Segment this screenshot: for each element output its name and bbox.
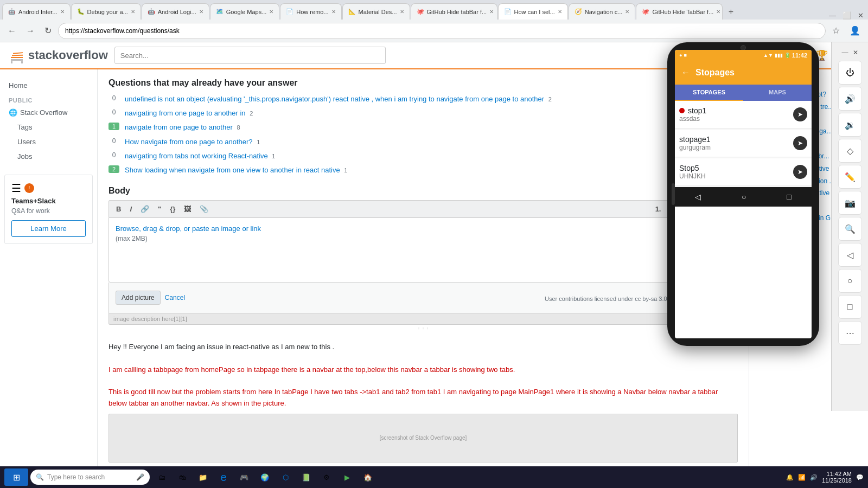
q-link-2[interactable]: navigate from one page to another 8 bbox=[125, 123, 240, 132]
taskbar-app-edge[interactable]: e bbox=[214, 467, 233, 487]
taskbar-app-home[interactable]: 🏠 bbox=[358, 467, 378, 487]
taskbar-sound-icon[interactable]: 🔊 bbox=[810, 474, 818, 481]
taskbar-network-icon[interactable]: 📶 bbox=[798, 474, 806, 481]
sidebar-item-tags[interactable]: Tags bbox=[4, 120, 93, 134]
emulator-nav-icon-1[interactable]: ➤ bbox=[793, 136, 807, 150]
tab-close-7[interactable]: ✕ bbox=[489, 9, 494, 15]
cancel-button[interactable]: Cancel bbox=[165, 291, 185, 305]
forward-button[interactable]: → bbox=[23, 24, 38, 37]
search-input[interactable] bbox=[114, 47, 386, 64]
microphone-icon[interactable]: 🎤 bbox=[136, 473, 144, 481]
rotate-button[interactable]: ◇ bbox=[838, 139, 862, 163]
start-button[interactable]: ⊞ bbox=[4, 468, 28, 486]
emulator-tab-maps[interactable]: MAPS bbox=[743, 85, 812, 101]
emulator-home-nav[interactable]: ○ bbox=[742, 192, 746, 201]
taskbar-app-files[interactable]: 🗂 bbox=[152, 467, 171, 487]
tab-bar: 🤖 Android Inter... ✕ 🐛 Debug your a... ✕… bbox=[0, 0, 868, 20]
body-section: Body B I 🔗 " {} 🖼 📎 1. • ⇥ — ↩ ? bbox=[108, 186, 738, 331]
volume-up-button[interactable]: 🔊 bbox=[838, 87, 862, 111]
browser-tab-1[interactable]: 🤖 Android Inter... ✕ bbox=[2, 3, 71, 20]
taskbar-app-game[interactable]: 🎮 bbox=[234, 467, 254, 487]
q-link-4[interactable]: navigating from tabs not working React-n… bbox=[125, 151, 275, 161]
tab-close-2[interactable]: ✕ bbox=[131, 9, 135, 15]
sidebar-item-users[interactable]: Users bbox=[4, 134, 93, 149]
bold-button[interactable]: B bbox=[113, 204, 124, 214]
emulator-recents-nav[interactable]: □ bbox=[787, 192, 791, 201]
image-button[interactable]: 🖼 bbox=[181, 204, 194, 214]
tab-close-6[interactable]: ✕ bbox=[400, 9, 404, 15]
browser-tab-5[interactable]: 📄 How remo... ✕ bbox=[280, 3, 341, 20]
sidebar-item-jobs[interactable]: Jobs bbox=[4, 149, 93, 164]
minimize-button[interactable]: — bbox=[829, 11, 836, 20]
tab-close-8[interactable]: ✕ bbox=[558, 9, 562, 15]
editor-area[interactable]: Browse, drag & drop, or paste an image o… bbox=[108, 217, 738, 282]
profile-button[interactable]: 👤 bbox=[846, 24, 864, 37]
blockquote-button[interactable]: " bbox=[155, 204, 164, 214]
back-emulator-button[interactable]: ◁ bbox=[838, 243, 862, 267]
browser-tab-4[interactable]: 🗺️ Google Maps... ✕ bbox=[210, 3, 280, 20]
address-bar[interactable] bbox=[58, 23, 826, 39]
browse-link[interactable]: Browse, drag & drop, or paste an image o… bbox=[116, 224, 261, 233]
tab-close-5[interactable]: ✕ bbox=[331, 9, 336, 15]
taskbar-app-chrome[interactable]: 🌍 bbox=[255, 467, 275, 487]
tab-close-3[interactable]: ✕ bbox=[199, 9, 203, 15]
taskbar-app-vscode[interactable]: ⬡ bbox=[276, 467, 295, 487]
browser-tab-3[interactable]: 🤖 Android Logi... ✕ bbox=[142, 3, 209, 20]
emulator-back-button[interactable]: ← bbox=[681, 68, 690, 78]
panel-minimize[interactable]: — bbox=[842, 49, 848, 56]
q-score-0: 0 bbox=[108, 94, 119, 102]
tab-label-3: Android Logi... bbox=[158, 9, 196, 15]
new-tab-button[interactable]: + bbox=[723, 4, 738, 20]
q-link-3[interactable]: How navigate from one page to another? 1 bbox=[125, 137, 260, 147]
bookmark-button[interactable]: ☆ bbox=[829, 24, 843, 37]
screenshot-button[interactable]: ✏️ bbox=[838, 165, 862, 189]
browser-tab-7[interactable]: 🐙 GitHub Hide tabBar f... ✕ bbox=[411, 3, 497, 20]
taskbar-notification-icon[interactable]: 🔔 bbox=[786, 474, 794, 481]
browser-tab-10[interactable]: 🐙 GitHub Hide TabBar f... ✕ bbox=[636, 3, 723, 20]
volume-down-button[interactable]: 🔉 bbox=[838, 113, 862, 137]
attachment-button[interactable]: 📎 bbox=[197, 204, 211, 214]
sidebar-item-stackoverflow[interactable]: 🌐 Stack Overflow bbox=[4, 105, 93, 120]
tab-close-4[interactable]: ✕ bbox=[269, 9, 273, 15]
power-button[interactable]: ⏻ bbox=[838, 61, 862, 85]
emulator-tab-stopages[interactable]: STOPAGES bbox=[675, 85, 743, 101]
tab-close-10[interactable]: ✕ bbox=[716, 9, 720, 15]
maximize-button[interactable]: ⬜ bbox=[843, 11, 851, 20]
close-button[interactable]: ✕ bbox=[858, 11, 864, 20]
browser-tab-8[interactable]: 📄 How can I sel... ✕ bbox=[498, 3, 568, 20]
resize-handle[interactable]: ⋮⋮⋮ bbox=[108, 326, 738, 331]
q-link-5[interactable]: Show loading when navigate from one view… bbox=[125, 165, 347, 175]
sidebar-item-home[interactable]: Home bbox=[4, 78, 93, 93]
emulator-nav-icon-2[interactable]: ➤ bbox=[793, 165, 807, 179]
zoom-button[interactable]: 🔍 bbox=[838, 217, 862, 241]
taskbar-app-android[interactable]: 📗 bbox=[296, 467, 316, 487]
taskbar-app-explorer[interactable]: 📁 bbox=[193, 467, 213, 487]
square-emulator-button[interactable]: □ bbox=[838, 295, 862, 319]
camera-button[interactable]: 📷 bbox=[838, 191, 862, 215]
emulator-nav-icon-0[interactable]: ➤ bbox=[793, 107, 807, 121]
code-button[interactable]: {} bbox=[167, 204, 178, 214]
italic-button[interactable]: I bbox=[127, 204, 135, 214]
browser-tab-6[interactable]: 📐 Material Des... ✕ bbox=[342, 3, 410, 20]
taskbar-app-store[interactable]: 🛍 bbox=[173, 467, 192, 487]
taskbar-app-gamedev[interactable]: ▶ bbox=[337, 467, 357, 487]
link-button[interactable]: 🔗 bbox=[138, 204, 152, 214]
learn-more-button[interactable]: Learn More bbox=[11, 220, 86, 237]
add-picture-button[interactable]: Add picture bbox=[116, 291, 161, 305]
refresh-button[interactable]: ↻ bbox=[41, 24, 55, 37]
back-button[interactable]: ← bbox=[4, 24, 20, 37]
q-link-1[interactable]: navigating from one page to another in 2 bbox=[125, 108, 253, 118]
emulator-back-nav[interactable]: ◁ bbox=[695, 192, 701, 201]
q-link-0[interactable]: undefined is not an object (evaluating '… bbox=[125, 94, 552, 104]
tab-close-9[interactable]: ✕ bbox=[625, 9, 629, 15]
browser-tab-2[interactable]: 🐛 Debug your a... ✕ bbox=[71, 3, 141, 20]
home-emulator-button[interactable]: ○ bbox=[838, 269, 862, 293]
browser-tab-9[interactable]: 🧭 Navigation c... ✕ bbox=[569, 3, 636, 20]
more-emulator-button[interactable]: ⋯ bbox=[838, 321, 862, 345]
taskbar-notification-center[interactable]: 💬 bbox=[856, 474, 864, 481]
globe-icon: 🌐 bbox=[9, 108, 17, 117]
panel-close[interactable]: ✕ bbox=[853, 49, 858, 56]
tab-close-1[interactable]: ✕ bbox=[60, 9, 65, 15]
taskbar-app-settings[interactable]: ⚙ bbox=[317, 467, 336, 487]
taskbar-search[interactable]: 🔍 Type here to search 🎤 bbox=[30, 470, 150, 485]
